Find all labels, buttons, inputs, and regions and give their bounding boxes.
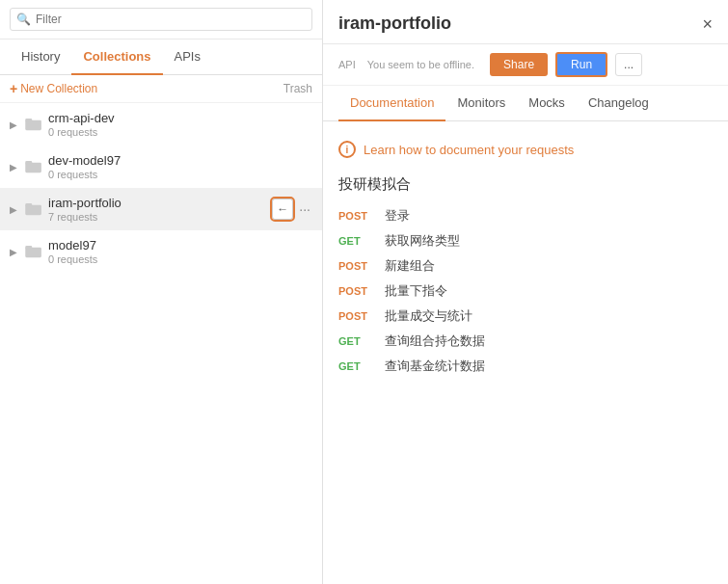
request-row[interactable]: POST 新建组合: [338, 257, 713, 275]
request-name: 查询组合持仓数据: [385, 332, 485, 350]
info-icon: i: [338, 141, 356, 158]
collection-info: crm-api-dev 0 requests: [48, 111, 312, 138]
right-header: iram-portfolio ×: [323, 0, 728, 44]
tab-collections[interactable]: Collections: [71, 40, 162, 75]
collection-requests: 0 requests: [48, 169, 312, 180]
method-badge: GET: [338, 335, 373, 347]
tab-changelog[interactable]: Changelog: [577, 86, 661, 121]
svg-rect-1: [25, 119, 32, 122]
right-toolbar: API You seem to be offline. Share Run ..…: [323, 44, 728, 86]
tab-history[interactable]: History: [10, 40, 71, 75]
folder-icon: [25, 245, 42, 258]
chevron-right-icon: ▶: [10, 247, 21, 257]
chevron-right-icon: ▶: [10, 162, 21, 173]
method-badge: POST: [338, 285, 373, 297]
request-name: 批量下指令: [385, 282, 447, 300]
more-button[interactable]: ...: [615, 53, 642, 76]
request-row[interactable]: GET 查询基金统计数据: [338, 358, 713, 375]
request-name: 查询基金统计数据: [385, 358, 485, 375]
collections-list: ▶ crm-api-dev 0 requests ▶ dev-model97 0…: [0, 103, 322, 584]
tab-monitors[interactable]: Monitors: [445, 86, 517, 121]
method-badge: POST: [338, 210, 373, 222]
collection-name: model97: [48, 238, 312, 252]
request-row[interactable]: GET 获取网络类型: [338, 232, 713, 250]
left-panel: 🔍 History Collections APIs + New Collect…: [0, 0, 323, 584]
request-row[interactable]: POST 批量成交与统计: [338, 307, 713, 325]
plus-icon: +: [10, 81, 17, 96]
method-badge: GET: [338, 360, 373, 372]
collection-name: iram-portfolio: [48, 196, 272, 210]
collection-item[interactable]: ▶ crm-api-dev 0 requests: [0, 103, 322, 146]
right-panel: iram-portfolio × API You seem to be offl…: [323, 0, 728, 584]
svg-rect-5: [25, 203, 32, 207]
right-content: i Learn how to document your requests 投研…: [323, 121, 728, 584]
run-button[interactable]: Run: [555, 52, 607, 77]
collection-name: dev-model97: [48, 153, 312, 168]
collection-requests: 0 requests: [48, 126, 312, 138]
tab-apis[interactable]: APIs: [163, 40, 212, 75]
collection-name: crm-api-dev: [48, 111, 312, 125]
svg-rect-3: [25, 161, 32, 165]
learn-text[interactable]: Learn how to document your requests: [364, 143, 574, 157]
chevron-right-icon: ▶: [10, 119, 21, 130]
trash-button[interactable]: Trash: [283, 82, 312, 95]
request-row[interactable]: POST 登录: [338, 207, 713, 225]
share-button[interactable]: Share: [490, 53, 548, 76]
new-collection-button[interactable]: + New Collection: [10, 81, 97, 96]
search-bar: 🔍: [0, 0, 322, 40]
collection-info: dev-model97 0 requests: [48, 153, 312, 180]
folder-icon: [25, 202, 42, 216]
svg-rect-7: [25, 246, 32, 250]
search-wrapper: 🔍: [10, 8, 312, 31]
right-panel-title: iram-portfolio: [338, 13, 451, 34]
request-name: 新建组合: [385, 257, 435, 275]
method-badge: POST: [338, 260, 373, 272]
learn-banner: i Learn how to document your requests: [338, 133, 713, 166]
request-row[interactable]: POST 批量下指令: [338, 282, 713, 300]
api-label: API: [338, 59, 356, 70]
collection-requests: 7 requests: [48, 211, 272, 223]
folder-icon: [25, 160, 42, 173]
open-collection-button[interactable]: ←: [272, 199, 293, 220]
collections-toolbar: + New Collection Trash: [0, 75, 322, 103]
request-name: 获取网络类型: [385, 232, 460, 250]
request-list: POST 登录 GET 获取网络类型 POST 新建组合 POST 批量下指令 …: [338, 207, 713, 375]
more-options-button[interactable]: ···: [297, 201, 312, 217]
folder-icon: [25, 118, 42, 131]
collection-item[interactable]: ▶ dev-model97 0 requests: [0, 146, 322, 188]
collection-info: iram-portfolio 7 requests: [48, 196, 272, 223]
collection-item-selected[interactable]: ▶ iram-portfolio 7 requests ← ···: [0, 188, 322, 230]
tab-documentation[interactable]: Documentation: [338, 86, 445, 121]
search-icon: 🔍: [16, 13, 31, 26]
search-input[interactable]: [10, 8, 312, 31]
chevron-right-icon: ▶: [10, 204, 21, 215]
collection-info: model97 0 requests: [48, 238, 312, 265]
right-tabs: Documentation Monitors Mocks Changelog: [323, 86, 728, 121]
method-badge: POST: [338, 310, 373, 322]
offline-text: You seem to be offline.: [367, 59, 474, 70]
collection-actions: ← ···: [272, 199, 312, 220]
left-tabs: History Collections APIs: [0, 40, 322, 75]
request-name: 登录: [385, 207, 410, 225]
request-name: 批量成交与统计: [385, 307, 472, 325]
method-badge: GET: [338, 235, 373, 247]
tab-mocks[interactable]: Mocks: [517, 86, 577, 121]
collection-doc-title: 投研模拟合: [338, 175, 713, 194]
collection-requests: 0 requests: [48, 253, 312, 265]
close-button[interactable]: ×: [702, 15, 713, 33]
collection-item[interactable]: ▶ model97 0 requests: [0, 230, 322, 273]
request-row[interactable]: GET 查询组合持仓数据: [338, 332, 713, 350]
